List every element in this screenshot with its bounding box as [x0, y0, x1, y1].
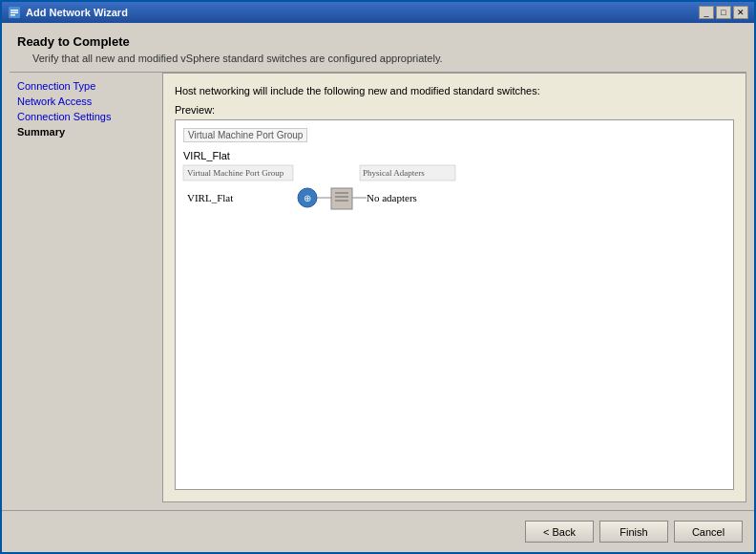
page-title: Ready to Complete: [17, 34, 739, 49]
nav-network-access[interactable]: Network Access: [17, 96, 155, 107]
maximize-button[interactable]: □: [716, 6, 731, 19]
nav-summary: Summary: [17, 126, 155, 138]
svg-text:VIRL_Flat: VIRL_Flat: [187, 192, 233, 203]
svg-text:Physical Adapters: Physical Adapters: [363, 168, 425, 178]
panel-description: Host networking will include the followi…: [175, 85, 734, 96]
titlebar: Add Network Wizard _ □ ✕: [2, 2, 754, 23]
right-panel: Host networking will include the followi…: [162, 73, 746, 502]
network-diagram: Virtual Machine Port Group VIRL_Flat Vir…: [183, 128, 725, 481]
finish-button[interactable]: Finish: [599, 521, 668, 543]
back-button[interactable]: < Back: [525, 521, 594, 543]
main-body: Connection Type Network Access Connectio…: [2, 73, 754, 510]
left-nav: Connection Type Network Access Connectio…: [10, 73, 162, 502]
svg-text:No adapters: No adapters: [367, 192, 417, 203]
window-content: Ready to Complete Verify that all new an…: [2, 23, 754, 552]
preview-label: Preview:: [175, 104, 734, 116]
port-group-name: VIRL_Flat: [183, 150, 230, 161]
nav-connection-type[interactable]: Connection Type: [17, 80, 155, 92]
svg-rect-3: [10, 14, 15, 16]
port-group-label: Virtual Machine Port Group: [183, 128, 307, 142]
diagram-svg: Virtual Machine Port Group Physical Adap…: [183, 165, 546, 223]
titlebar-icon: [8, 6, 21, 19]
cancel-button[interactable]: Cancel: [674, 521, 743, 543]
svg-rect-1: [10, 10, 18, 11]
preview-box: Virtual Machine Port Group VIRL_Flat Vir…: [175, 119, 734, 490]
titlebar-buttons: _ □ ✕: [699, 6, 748, 19]
svg-text:Virtual Machine Port Group: Virtual Machine Port Group: [187, 168, 284, 178]
svg-rect-2: [10, 12, 18, 14]
close-button[interactable]: ✕: [733, 6, 748, 19]
page-subtitle: Verify that all new and modified vSphere…: [17, 53, 739, 64]
svg-rect-12: [331, 188, 352, 209]
main-window: Add Network Wizard _ □ ✕ Ready to Comple…: [0, 0, 756, 554]
window-title: Add Network Wizard: [26, 7, 699, 18]
svg-text:⊕: ⊕: [304, 193, 311, 203]
footer: < Back Finish Cancel: [2, 510, 754, 552]
minimize-button[interactable]: _: [699, 6, 714, 19]
header-area: Ready to Complete Verify that all new an…: [2, 23, 754, 72]
nav-connection-settings[interactable]: Connection Settings: [17, 111, 155, 122]
